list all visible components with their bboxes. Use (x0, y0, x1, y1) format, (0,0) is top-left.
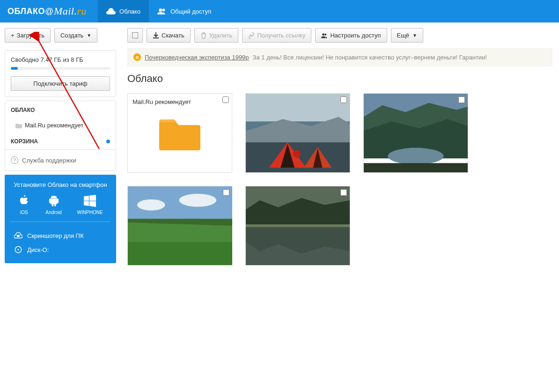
promo-title: Установите Облако на смартфон (10, 181, 110, 188)
more-label: Ещё (397, 32, 410, 39)
promo-panel: Установите Облако на смартфон iOS Androi… (5, 175, 116, 263)
svg-point-23 (137, 200, 165, 211)
main-content: Скачать Удалить Получить ссылку Настроит… (121, 22, 559, 271)
logo-at: @ (45, 7, 54, 16)
promo-link-label: Диск-О: (27, 246, 49, 253)
support-link[interactable]: ? Служба поддержки (5, 149, 116, 170)
section-label: ОБЛАКО (11, 107, 35, 113)
grid-image-item[interactable] (245, 186, 350, 266)
logo-text: ОБЛАКО (7, 7, 45, 16)
app-header: ОБЛАКО@Mail.ru Облако Общий доступ (0, 0, 559, 22)
ad-banner[interactable]: я Почерковедческая экспертиза 1999р За 1… (127, 48, 552, 66)
svg-point-0 (159, 8, 162, 12)
nav-tab-cloud[interactable]: Облако (98, 0, 149, 22)
grid-folder-item[interactable]: Mail.Ru рекомендует (127, 93, 232, 173)
people-icon (321, 32, 328, 39)
svg-rect-3 (17, 235, 20, 237)
nav-section-cloud[interactable]: ОБЛАКО (5, 101, 116, 118)
nav-section-trash[interactable]: КОРЗИНА (5, 133, 116, 149)
android-icon (48, 195, 60, 207)
create-label: Создать (60, 32, 83, 39)
image-thumbnail (246, 186, 350, 265)
disk-icon (14, 245, 22, 254)
upload-label: Загрузить (17, 32, 44, 39)
platform-label: iOS (20, 210, 28, 215)
image-thumbnail (364, 94, 468, 172)
getlink-label: Получить ссылку (257, 32, 305, 39)
upload-button[interactable]: + Загрузить (5, 28, 51, 43)
people-icon (157, 7, 167, 15)
svg-rect-21 (364, 163, 468, 172)
folder-icon (15, 123, 22, 128)
section-label: КОРЗИНА (11, 138, 38, 145)
nav-tree: ОБЛАКО Mail.Ru рекомендует КОРЗИНА ? Слу… (5, 101, 116, 171)
support-label: Служба поддержки (22, 157, 76, 164)
camera-cloud-icon (14, 231, 22, 240)
select-all-checkbox[interactable] (127, 28, 143, 43)
file-grid: Mail.Ru рекомендует (127, 93, 552, 266)
delete-button[interactable]: Удалить (194, 28, 239, 43)
download-icon (153, 32, 159, 39)
create-button[interactable]: Создать ▼ (54, 28, 97, 43)
storage-panel: Свободно 7.47 ГБ из 8 ГБ Подключить тари… (5, 50, 116, 97)
svg-point-5 (18, 249, 19, 251)
platform-winphone[interactable]: WINPHONE (77, 195, 103, 215)
nav-tab-label: Облако (119, 8, 140, 15)
storage-fill (11, 67, 18, 70)
access-label: Настроить доступ (330, 32, 381, 39)
item-checkbox[interactable] (340, 96, 347, 103)
image-thumbnail (128, 186, 232, 265)
grid-image-item[interactable] (245, 93, 350, 173)
storage-text: Свободно 7.47 ГБ из 8 ГБ (11, 56, 110, 63)
grid-image-item[interactable] (363, 93, 468, 173)
storage-bar (11, 67, 110, 70)
platform-label: Android (45, 210, 61, 215)
access-button[interactable]: Настроить доступ (315, 28, 387, 43)
indicator-dot (106, 140, 110, 143)
download-button[interactable]: Скачать (147, 28, 191, 43)
promo-link-label: Скриншотер для ПК (27, 232, 84, 239)
platform-label: WINPHONE (77, 210, 103, 215)
page-title: Облако (127, 73, 552, 85)
svg-rect-32 (246, 224, 350, 227)
item-checkbox[interactable] (340, 189, 347, 196)
trash-icon (200, 32, 207, 39)
item-checkbox[interactable] (223, 189, 229, 196)
svg-point-1 (162, 9, 165, 12)
download-label: Скачать (162, 32, 184, 39)
connect-tariff-button[interactable]: Подключить тариф (11, 76, 110, 91)
chevron-down-icon: ▼ (412, 33, 417, 38)
svg-point-24 (179, 194, 217, 207)
more-button[interactable]: Ещё ▼ (391, 28, 424, 43)
svg-rect-27 (128, 242, 232, 265)
platform-ios[interactable]: iOS (18, 195, 30, 215)
svg-point-16 (293, 150, 301, 158)
checkbox-icon (132, 32, 138, 38)
ad-link[interactable]: Почерковедческая экспертиза 1999р (145, 54, 249, 61)
svg-point-6 (323, 33, 325, 36)
logo-ru: ru (77, 5, 87, 17)
image-thumbnail (246, 94, 350, 172)
link-icon (248, 32, 255, 39)
help-icon: ? (11, 156, 18, 164)
folder-name: Mail.Ru рекомендует (132, 98, 191, 105)
logo[interactable]: ОБЛАКО@Mail.ru (0, 5, 94, 17)
item-checkbox[interactable] (222, 96, 229, 103)
item-checkbox[interactable] (458, 96, 465, 103)
delete-label: Удалить (209, 32, 233, 39)
toolbar: Скачать Удалить Получить ссылку Настроит… (127, 28, 552, 43)
plus-icon: + (11, 32, 15, 39)
logo-mail: Mail (54, 5, 74, 17)
platform-android[interactable]: Android (45, 195, 61, 215)
grid-image-item[interactable] (127, 186, 232, 266)
folder-large-icon (159, 116, 201, 151)
getlink-button[interactable]: Получить ссылку (242, 28, 311, 43)
svg-point-20 (388, 148, 444, 165)
promo-screenshoter[interactable]: Скриншотер для ПК (10, 229, 110, 243)
cloud-icon (106, 7, 116, 15)
sidebar-item-recommends[interactable]: Mail.Ru рекомендует (5, 118, 116, 133)
sidebar: + Загрузить Создать ▼ Свободно 7.47 ГБ и… (0, 22, 121, 271)
nav-item-label: Mail.Ru рекомендует (25, 122, 83, 129)
nav-tab-shared[interactable]: Общий доступ (149, 0, 220, 22)
promo-disko[interactable]: Диск-О: (10, 243, 110, 257)
